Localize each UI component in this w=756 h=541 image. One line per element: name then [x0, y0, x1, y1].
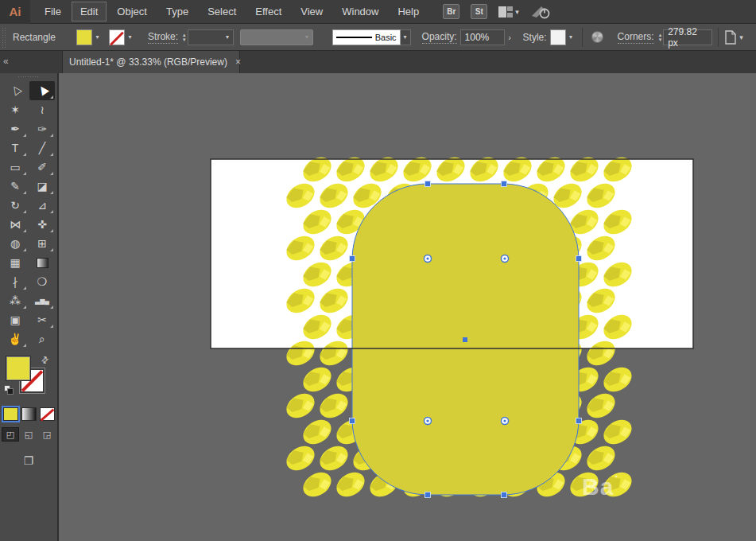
- chevron-down-icon[interactable]: ▾: [401, 29, 411, 45]
- chevron-down-icon[interactable]: ▾: [566, 29, 576, 45]
- corners-label[interactable]: Corners:: [618, 31, 654, 44]
- bridge-button[interactable]: Br: [443, 4, 459, 19]
- mesh-tool-icon: ▦: [10, 256, 20, 269]
- fill-swatch[interactable]: [76, 29, 92, 45]
- shape-builder-tool-icon: ◍: [10, 237, 20, 250]
- artboard-tool[interactable]: ▣: [2, 310, 28, 329]
- slice-tool[interactable]: ✂: [29, 310, 55, 329]
- menu-object[interactable]: Object: [108, 2, 156, 21]
- magic-wand-tool[interactable]: ✶: [2, 100, 28, 119]
- workspace-icon: [498, 6, 513, 18]
- line-segment-tool[interactable]: ╱: [29, 138, 55, 158]
- stroke-weight-stepper[interactable]: ▴▾: [183, 33, 186, 42]
- eyedropper-tool[interactable]: ∤: [2, 272, 28, 291]
- document-tab[interactable]: Untitled-1* @ 33.33% (RGB/Preview) ×: [62, 51, 240, 73]
- shape-builder-tool[interactable]: ◍: [2, 234, 28, 253]
- rectangle-tool[interactable]: ▭: [2, 158, 28, 177]
- rectangle-tool-icon: ▭: [10, 161, 20, 173]
- document-title: Untitled-1* @ 33.33% (RGB/Preview): [69, 56, 227, 68]
- perspective-grid-tool[interactable]: ⊞: [29, 234, 55, 253]
- scale-tool-icon: ⊿: [37, 199, 47, 212]
- zoom-tool[interactable]: ⌕: [29, 329, 55, 348]
- symbol-sprayer-tool[interactable]: ⁂: [2, 291, 28, 310]
- direct-selection-tool[interactable]: ▶: [29, 81, 55, 100]
- blend-tool[interactable]: ❍: [29, 272, 55, 291]
- panel-grip[interactable]: [2, 27, 6, 48]
- brush-name: Basic: [375, 33, 397, 42]
- screen-mode-button[interactable]: ❐: [18, 453, 39, 469]
- brush-preview[interactable]: Basic: [332, 29, 401, 45]
- stroke-weight-dropdown[interactable]: ▾: [188, 29, 234, 45]
- chevron-down-icon[interactable]: ▾: [125, 29, 135, 45]
- width-profile-dropdown: ▾: [240, 29, 313, 45]
- workspace-switcher[interactable]: ▾: [498, 6, 519, 18]
- menu-file[interactable]: File: [36, 2, 70, 21]
- gradient-button[interactable]: [21, 407, 37, 421]
- draw-inside-mode[interactable]: ◲: [38, 427, 56, 442]
- puppet-warp-tool[interactable]: ✜: [29, 215, 55, 234]
- line-segment-tool-icon: ╱: [39, 142, 45, 154]
- brush-definition-control[interactable]: Basic ▾: [332, 29, 411, 45]
- chevron-down-icon[interactable]: ▾: [92, 29, 103, 45]
- chevron-down-icon: ▾: [515, 8, 519, 16]
- rotate-tool[interactable]: ↻: [2, 196, 28, 215]
- draw-behind-mode[interactable]: ◱: [20, 427, 37, 442]
- stroke-color-control[interactable]: ▾: [109, 29, 135, 45]
- opacity-label[interactable]: Opacity:: [422, 31, 457, 44]
- shaper-tool[interactable]: ✎: [2, 177, 28, 196]
- column-graph-tool[interactable]: ▃▆▄: [29, 291, 55, 310]
- symbol-sprayer-tool-icon: ⁂: [10, 294, 21, 307]
- draw-normal-mode[interactable]: ◰: [2, 427, 19, 442]
- eraser-tool[interactable]: ◪: [29, 177, 55, 196]
- panel-grip[interactable]: [17, 76, 40, 78]
- stroke-weight-label[interactable]: Stroke:: [148, 31, 178, 44]
- curvature-tool-icon: ✑: [37, 123, 47, 135]
- recolor-artwork-icon[interactable]: [591, 31, 603, 43]
- paintbrush-tool-icon: ✐: [37, 161, 47, 173]
- shaper-tool-icon: ✎: [10, 180, 20, 193]
- menu-help[interactable]: Help: [389, 2, 428, 21]
- color-button[interactable]: [3, 407, 18, 421]
- pen-tool[interactable]: ✒: [2, 119, 28, 138]
- fill-proxy-swatch[interactable]: [6, 356, 31, 381]
- perspective-grid-tool-icon: ⊞: [37, 237, 47, 250]
- document-setup-control[interactable]: ▾: [724, 30, 743, 45]
- artwork[interactable]: [59, 73, 756, 541]
- scale-tool[interactable]: ⊿: [29, 196, 55, 215]
- fill-color-control[interactable]: ▾: [76, 29, 103, 45]
- panel-collapse-icon[interactable]: «: [3, 56, 9, 67]
- gradient-tool[interactable]: [29, 253, 55, 272]
- default-fill-stroke-icon[interactable]: [4, 385, 14, 395]
- swap-fill-stroke-icon[interactable]: ⇄: [39, 354, 52, 367]
- close-icon[interactable]: ×: [235, 56, 241, 68]
- type-tool[interactable]: T: [2, 138, 28, 158]
- corners-field[interactable]: 279.82 px: [663, 29, 712, 45]
- curvature-tool[interactable]: ✑: [29, 119, 55, 138]
- graphic-style-swatch[interactable]: [550, 29, 566, 45]
- chevron-down-icon: ▾: [739, 33, 743, 41]
- menu-view[interactable]: View: [292, 2, 331, 21]
- paintbrush-tool[interactable]: ✐: [29, 158, 55, 177]
- canvas-area[interactable]: Ba▪˙: [59, 73, 756, 541]
- menu-select[interactable]: Select: [199, 2, 245, 21]
- control-bar: Rectangle ▾ ▾ Stroke: ▴▾ ▾ ▾ Basic ▾ Opa…: [0, 24, 756, 51]
- menu-type[interactable]: Type: [157, 2, 197, 21]
- menu-window[interactable]: Window: [333, 2, 387, 21]
- rotate-tool-icon: ↻: [10, 199, 20, 212]
- style-label: Style:: [523, 32, 547, 43]
- gpu-performance-icon[interactable]: [530, 5, 551, 19]
- none-button[interactable]: [40, 407, 55, 421]
- lasso-tool[interactable]: ≀: [29, 100, 55, 119]
- menu-effect[interactable]: Effect: [246, 2, 290, 21]
- menu-edit[interactable]: Edit: [72, 2, 107, 21]
- stock-button[interactable]: St: [471, 4, 487, 19]
- corners-stepper[interactable]: ▴▾: [659, 33, 662, 42]
- opacity-field[interactable]: 100%: [460, 29, 505, 45]
- hand-tool[interactable]: ✌: [2, 329, 28, 348]
- separator: [718, 28, 719, 47]
- stroke-swatch-none[interactable]: [109, 29, 125, 45]
- mesh-tool[interactable]: ▦: [2, 253, 28, 272]
- width-tool[interactable]: ⋈: [2, 215, 28, 234]
- selection-tool[interactable]: ▷: [2, 81, 28, 100]
- chevron-right-icon[interactable]: ›: [505, 29, 515, 45]
